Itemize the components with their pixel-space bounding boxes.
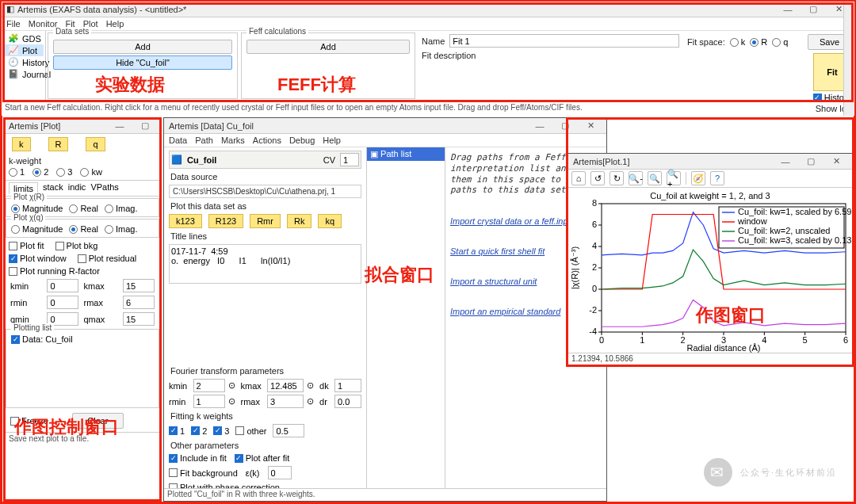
kw-kw[interactable]: kw bbox=[80, 167, 101, 177]
chk-include[interactable]: Include in fit bbox=[169, 453, 227, 463]
fitspace-q[interactable]: q bbox=[772, 37, 788, 47]
link-import-empirical[interactable]: Import an empirical standard bbox=[450, 307, 560, 316]
pin-icon[interactable]: ⊙ bbox=[228, 380, 238, 391]
nav-journal[interactable]: 📓Journal bbox=[3, 68, 44, 80]
chiR-real[interactable]: Real bbox=[69, 204, 98, 213]
pb-Rmr[interactable]: Rmr bbox=[250, 214, 281, 228]
fkw-other-input[interactable] bbox=[273, 424, 304, 437]
zoom-icon[interactable]: 🔍 bbox=[648, 171, 662, 185]
plotctl-max[interactable]: ▢ bbox=[134, 120, 156, 131]
plotctl-tab-R[interactable]: R bbox=[48, 137, 69, 151]
chk-plotres[interactable]: Plot residual bbox=[78, 254, 137, 263]
chk-plotafter[interactable]: Plot after fit bbox=[235, 453, 290, 463]
plotctl-min[interactable]: — bbox=[109, 121, 131, 131]
data-min[interactable]: — bbox=[529, 121, 551, 131]
feff-label: Feff calculations bbox=[246, 27, 308, 36]
ft-rmax[interactable] bbox=[267, 395, 304, 408]
chiR-imag[interactable]: Imag. bbox=[105, 204, 138, 213]
max-button[interactable]: ▢ bbox=[802, 4, 824, 14]
kw-3[interactable]: 3 bbox=[56, 167, 72, 177]
tab-vpaths[interactable]: VPaths bbox=[90, 182, 118, 194]
eps-input[interactable] bbox=[268, 466, 292, 479]
dm-marks[interactable]: Marks bbox=[221, 136, 245, 145]
chk-phase[interactable]: Plot with phase correction bbox=[169, 483, 280, 488]
nav-plot[interactable]: 📈Plot bbox=[3, 44, 44, 56]
titlelines-box[interactable]: 017-11-7 4:59 o. energy I0 I1 ln(I0/I1) bbox=[169, 244, 361, 284]
ft-kmax[interactable] bbox=[267, 379, 304, 392]
add-data-button[interactable]: Add bbox=[53, 40, 232, 54]
pb-k123[interactable]: k123 bbox=[169, 214, 202, 228]
dm-data[interactable]: Data bbox=[169, 136, 187, 145]
data-close[interactable]: ✕ bbox=[579, 120, 602, 131]
link-import-structural[interactable]: Import a structural unit bbox=[450, 277, 537, 286]
menu-file[interactable]: File bbox=[6, 19, 21, 29]
dm-path[interactable]: Path bbox=[195, 136, 213, 145]
ft-dr[interactable] bbox=[334, 395, 361, 408]
ft-kmin[interactable] bbox=[193, 379, 225, 392]
plotctl-tab-q[interactable]: q bbox=[86, 137, 105, 151]
zoomout-icon[interactable]: 🔍- bbox=[629, 171, 643, 185]
svg-text:-2: -2 bbox=[589, 305, 597, 315]
plot-area[interactable]: Cu_foil at kweight = 1, 2, and 30123456-… bbox=[568, 188, 852, 353]
chiq-real[interactable]: Real bbox=[69, 224, 98, 234]
home-icon[interactable]: ⌂ bbox=[571, 171, 586, 185]
ft-dk[interactable] bbox=[334, 379, 361, 392]
data-statusbar: Plotted "Cu_foil" in R with three k-weig… bbox=[164, 488, 606, 499]
ft-rmin[interactable] bbox=[193, 395, 225, 408]
pb-kq[interactable]: kq bbox=[318, 214, 342, 228]
undo-icon[interactable]: ↺ bbox=[590, 171, 605, 185]
kmin-input[interactable] bbox=[47, 279, 78, 292]
fkw-3[interactable]: 3 bbox=[213, 426, 229, 436]
svg-text:8: 8 bbox=[592, 198, 597, 208]
pb-Rk[interactable]: Rk bbox=[287, 214, 311, 228]
dm-help[interactable]: Help bbox=[323, 136, 341, 145]
dm-actions[interactable]: Actions bbox=[253, 136, 281, 145]
nav-history[interactable]: 🕘History bbox=[3, 56, 44, 68]
kmax-input[interactable] bbox=[123, 279, 155, 292]
list-item-cufoil[interactable]: Data: Cu_foil bbox=[11, 334, 154, 344]
qmax-input[interactable] bbox=[123, 312, 155, 326]
fitspace-k[interactable]: k bbox=[730, 37, 746, 47]
kw-1[interactable]: 1 bbox=[9, 167, 25, 177]
cv-input[interactable] bbox=[340, 153, 359, 166]
plot-min[interactable]: — bbox=[774, 157, 797, 166]
pb-R123[interactable]: R123 bbox=[208, 214, 243, 228]
help-icon[interactable]: ? bbox=[710, 171, 724, 185]
menu-help[interactable]: Help bbox=[106, 19, 124, 29]
zoomin-icon[interactable]: 🔍+ bbox=[667, 171, 681, 185]
fkw-1[interactable]: 1 bbox=[169, 426, 185, 436]
dm-debug[interactable]: Debug bbox=[289, 136, 315, 145]
rmax-input[interactable] bbox=[123, 296, 155, 309]
fkw-other[interactable]: other bbox=[235, 426, 266, 436]
pin-icon[interactable]: ⊙ bbox=[228, 396, 238, 407]
name-input[interactable] bbox=[449, 34, 679, 48]
fitspace-R[interactable]: R bbox=[750, 37, 767, 47]
kw-2[interactable]: 2 bbox=[32, 167, 48, 177]
chk-plotbkg[interactable]: Plot bkg bbox=[55, 241, 98, 250]
fkw-2[interactable]: 2 bbox=[191, 426, 207, 436]
chiq-mag[interactable]: Magnitude bbox=[11, 224, 63, 234]
pin-icon[interactable]: ⊙ bbox=[307, 396, 316, 407]
chk-plotrunr[interactable]: Plot running R-factor bbox=[9, 266, 156, 276]
config-icon[interactable]: 🧭 bbox=[691, 171, 705, 185]
nav-gds[interactable]: 🧩GDS bbox=[3, 32, 44, 44]
min-button[interactable]: — bbox=[777, 5, 799, 14]
chk-fitbkg[interactable]: Fit background bbox=[169, 468, 238, 478]
plot-close[interactable]: ✕ bbox=[825, 156, 847, 166]
data-max[interactable]: ▢ bbox=[554, 120, 576, 131]
chiR-mag[interactable]: Magnitude bbox=[11, 204, 63, 213]
pin-icon[interactable]: ⊙ bbox=[307, 380, 316, 391]
main-scrollbar[interactable] bbox=[843, 2, 854, 116]
hide-cufoil-button[interactable]: Hide "Cu_foil" bbox=[53, 55, 232, 70]
link-import-crystal[interactable]: Import crystal data or a feff.inp bbox=[450, 216, 568, 226]
rmin-input[interactable] bbox=[47, 296, 78, 309]
chiq-imag[interactable]: Imag. bbox=[105, 224, 138, 234]
add-feff-button[interactable]: Add bbox=[246, 40, 410, 54]
tab-indic[interactable]: indic bbox=[68, 182, 86, 194]
link-quick-first-shell[interactable]: Start a quick first shell fit bbox=[450, 246, 545, 256]
plot-max[interactable]: ▢ bbox=[800, 156, 822, 166]
plotctl-tab-k[interactable]: k bbox=[12, 137, 31, 151]
redo-icon[interactable]: ↻ bbox=[610, 171, 624, 185]
chk-plotwin[interactable]: Plot window bbox=[9, 254, 67, 263]
chk-plotfit[interactable]: Plot fit bbox=[9, 241, 44, 250]
